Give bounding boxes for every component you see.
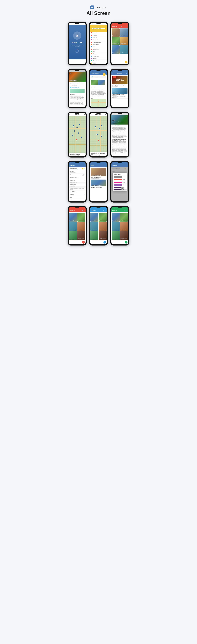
- search-icon[interactable]: 🔍: [126, 73, 128, 74]
- ap-item[interactable]: Trans Studio Bandung: [112, 28, 120, 37]
- menu-item[interactable]: Tourist Destination: [90, 41, 107, 44]
- theme-pink[interactable]: Pink: [113, 181, 127, 184]
- news-article-item[interactable]: BANDUNG Bandung City from The Sky Bandun…: [111, 88, 128, 98]
- place-item[interactable]: De'ranch Lembang: [69, 222, 77, 231]
- menu-item[interactable]: Shopping: [90, 53, 107, 55]
- search-icon[interactable]: 🔍: [124, 210, 126, 211]
- map-container[interactable]: 📍: [91, 99, 106, 107]
- place-card[interactable]: Trans Studio Bandung Trans Studio Bandun…: [90, 167, 107, 180]
- search-icon[interactable]: 🔍: [121, 26, 122, 27]
- search-icon[interactable]: 🔍: [103, 210, 104, 211]
- ap-item[interactable]: De'ranch Lembang: [112, 46, 120, 54]
- settings-item-vibrate[interactable]: Vibrate: [69, 174, 86, 176]
- chevron-right-icon: ›: [84, 191, 84, 192]
- road: [76, 113, 76, 156]
- menu-item[interactable]: Entertainment: [90, 48, 107, 50]
- menu-item[interactable]: Sport: [90, 50, 107, 53]
- header-icons: 🔍 ⋮: [103, 210, 106, 211]
- place-item[interactable]: Dusun Bambu: [90, 231, 98, 240]
- place-item[interactable]: Natural Resort and Strawbe...: [77, 213, 85, 222]
- phone-mapfood: ‹ Food & Drink ⊞ Natural Resort and Stra…: [89, 112, 108, 158]
- back-button[interactable]: ‹: [112, 73, 112, 74]
- place-item[interactable]: Floating Market: [99, 222, 107, 231]
- welcome-title: WELCOME: [72, 41, 83, 44]
- back-button[interactable]: ‹: [70, 114, 70, 115]
- place-item[interactable]: Floating Market: [77, 222, 85, 231]
- place-item[interactable]: Tamponak Perahu: [69, 213, 77, 222]
- logo-area: 🏙 THE CITY: [90, 6, 107, 9]
- menu-item[interactable]: Featured Places: [90, 39, 107, 41]
- ap-item[interactable]: Situ Patenggang: [120, 46, 128, 54]
- more-icon[interactable]: ⋮: [105, 210, 106, 211]
- fab-button[interactable]: +: [82, 241, 85, 244]
- theme-deeppurple[interactable]: Deep Purple: [113, 186, 127, 189]
- more-icon[interactable]: ⋮: [126, 26, 128, 27]
- menu-item[interactable]: Religion: [90, 57, 107, 60]
- menu-item[interactable]: Money: [90, 62, 107, 64]
- place-item[interactable]: Natural Resort and Strawbe...: [120, 213, 128, 222]
- settings-item-theme[interactable]: Theme Color ›: [69, 179, 86, 182]
- map-card-subtitle: Food & Drink · Lembang: [91, 155, 106, 156]
- layers-icon[interactable]: ⊞: [84, 114, 85, 115]
- back-button[interactable]: ‹: [91, 114, 91, 115]
- photo-item[interactable]: [98, 80, 105, 85]
- map-bottom-card[interactable]: Trans Studio Bandung Entertainment · Ban…: [69, 153, 86, 156]
- theme-default[interactable]: Default: [113, 176, 127, 178]
- layers-icon[interactable]: ⊞: [105, 114, 106, 115]
- theme-red[interactable]: Red: [113, 178, 127, 181]
- place-item[interactable]: Atmosphere Resort Cafe: [99, 231, 107, 240]
- menu-search[interactable]: Search place, news...: [92, 28, 105, 29]
- row-3: ‹ All Places ⊞ Trans Studio Bandung Ente…: [68, 112, 130, 158]
- menu-item[interactable]: Public Services: [90, 60, 107, 62]
- ap-item[interactable]: Saung Angklung Udjo: [120, 37, 128, 45]
- menu-item[interactable]: All Places: [90, 32, 107, 34]
- settings-item-terms[interactable]: Term & Policies ›: [69, 190, 86, 193]
- fab-button[interactable]: +: [104, 241, 106, 244]
- header-icons: 🔍 ⋮: [82, 210, 85, 211]
- place-item[interactable]: Tamponak Perahu: [90, 213, 98, 222]
- more-icon[interactable]: ⋮: [84, 210, 85, 211]
- place-card-2[interactable]: Terminal Leuwi Panjang Terminal Leuwi Pa…: [90, 180, 107, 189]
- search-icon[interactable]: 🔍: [82, 210, 83, 211]
- settings-item-about[interactable]: About ›: [69, 199, 86, 202]
- toggle-vibrate[interactable]: [82, 174, 84, 176]
- place-item[interactable]: De'ranch Lembang: [90, 222, 98, 231]
- ap-item[interactable]: Hilton Bandung Hotel: [120, 28, 128, 37]
- settings-item-cache[interactable]: Clear Image Cache ›: [69, 176, 86, 179]
- back-button[interactable]: ‹: [91, 73, 91, 74]
- place-item[interactable]: Natural Resort and Strawbe...: [99, 213, 107, 222]
- photo-item[interactable]: [91, 80, 98, 85]
- fab-button[interactable]: +: [125, 241, 128, 244]
- settings-item-notifications[interactable]: Push Notifications: [69, 167, 86, 170]
- menu-item[interactable]: Transportation: [90, 55, 107, 57]
- place-item[interactable]: Floating Market: [120, 222, 128, 231]
- news-title: News Info: [117, 73, 122, 74]
- news-event-item[interactable]: BRAGA EVENT [EVENT] Braga Culinary Night…: [111, 75, 128, 88]
- theme-purple[interactable]: Purple: [113, 184, 127, 186]
- map-bottom-card[interactable]: Natural Resort and Strawberry Land Food …: [90, 152, 107, 156]
- place-item[interactable]: Dusun Bambu: [112, 231, 120, 240]
- fab-button[interactable]: +: [125, 61, 128, 64]
- detail-website-row: 🌐 www.dusunbambu.com: [70, 87, 84, 88]
- place-item[interactable]: Atmosphere Resort Cafe: [77, 231, 85, 240]
- more-icon[interactable]: ⋮: [126, 210, 128, 211]
- place-item[interactable]: Tamponak Perahu: [112, 213, 120, 222]
- place-item[interactable]: De'ranch Lembang: [112, 222, 120, 231]
- place-item[interactable]: Atmosphere Resort Cafe: [120, 231, 128, 240]
- back-button[interactable]: ‹: [70, 72, 72, 74]
- ap-item[interactable]: Natural Resort and Strawbe...: [112, 37, 120, 45]
- menu-item[interactable]: News Info: [90, 36, 107, 39]
- share-icon[interactable]: ↗: [126, 116, 128, 117]
- settings-item-more[interactable]: More Apps ›: [69, 193, 86, 196]
- settings-item-rate[interactable]: Rate ›: [69, 196, 86, 199]
- fab-directions[interactable]: 📍: [103, 73, 106, 76]
- main-road: [90, 146, 107, 146]
- menu-item[interactable]: Hotels: [90, 46, 107, 48]
- menu-item[interactable]: Food & Drink: [90, 44, 107, 46]
- menu-item[interactable]: Favorites: [90, 34, 107, 36]
- place-item[interactable]: Dusun Bambu: [69, 231, 77, 240]
- article-excerpt: Lorem ipsum dolor sit amet consectetur a…: [112, 96, 128, 98]
- settings-item-ringtone[interactable]: Ringtone Default (Free Sam) ›: [69, 170, 86, 174]
- toggle-notifications[interactable]: [82, 168, 84, 170]
- url-bar: 🌐 www.dusunbambu.com: [91, 76, 106, 78]
